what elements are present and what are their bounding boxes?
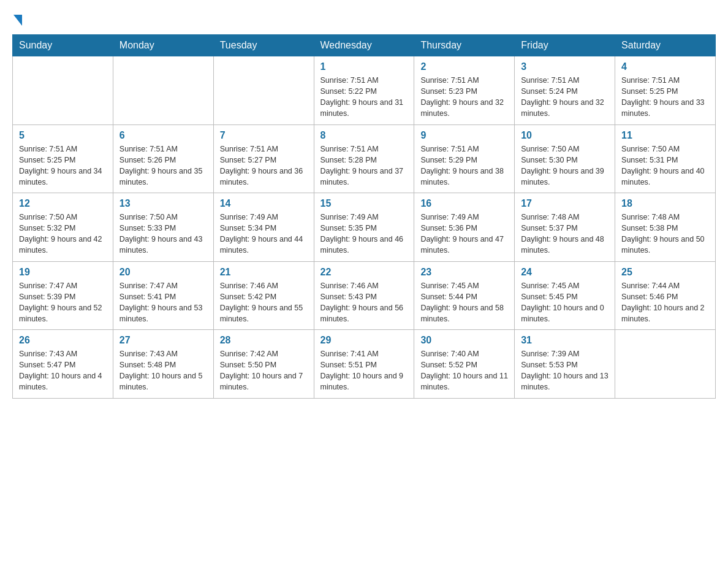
day-info: Sunrise: 7:46 AM Sunset: 5:42 PM Dayligh…	[220, 280, 308, 325]
day-info: Sunrise: 7:51 AM Sunset: 5:24 PM Dayligh…	[521, 75, 609, 120]
day-info: Sunrise: 7:47 AM Sunset: 5:41 PM Dayligh…	[119, 280, 207, 325]
day-info: Sunrise: 7:49 AM Sunset: 5:34 PM Dayligh…	[220, 212, 308, 256]
day-info: Sunrise: 7:41 AM Sunset: 5:51 PM Dayligh…	[320, 348, 408, 393]
calendar-cell: 21Sunrise: 7:46 AM Sunset: 5:42 PM Dayli…	[213, 261, 314, 330]
calendar-cell: 9Sunrise: 7:51 AM Sunset: 5:29 PM Daylig…	[414, 124, 515, 193]
calendar-week-row: 19Sunrise: 7:47 AM Sunset: 5:39 PM Dayli…	[13, 261, 716, 330]
calendar-cell: 23Sunrise: 7:45 AM Sunset: 5:44 PM Dayli…	[414, 261, 515, 330]
day-info: Sunrise: 7:45 AM Sunset: 5:45 PM Dayligh…	[521, 280, 609, 325]
calendar-table: SundayMondayTuesdayWednesdayThursdayFrid…	[12, 34, 716, 399]
calendar-cell: 11Sunrise: 7:50 AM Sunset: 5:31 PM Dayli…	[615, 124, 716, 193]
calendar-cell: 27Sunrise: 7:43 AM Sunset: 5:48 PM Dayli…	[113, 330, 213, 399]
calendar-cell: 26Sunrise: 7:43 AM Sunset: 5:47 PM Dayli…	[13, 330, 113, 399]
calendar-cell: 18Sunrise: 7:48 AM Sunset: 5:38 PM Dayli…	[615, 193, 716, 262]
day-number: 31	[521, 335, 609, 346]
weekday-header-tuesday: Tuesday	[213, 35, 314, 56]
day-info: Sunrise: 7:46 AM Sunset: 5:43 PM Dayligh…	[320, 280, 408, 325]
day-number: 21	[220, 267, 308, 278]
day-number: 26	[19, 335, 107, 346]
day-number: 4	[621, 61, 709, 72]
calendar-cell: 1Sunrise: 7:51 AM Sunset: 5:22 PM Daylig…	[314, 56, 414, 125]
weekday-header-saturday: Saturday	[615, 35, 716, 56]
day-info: Sunrise: 7:51 AM Sunset: 5:22 PM Dayligh…	[320, 75, 408, 120]
day-number: 29	[320, 335, 408, 346]
day-number: 24	[521, 267, 609, 278]
day-number: 18	[621, 198, 709, 209]
day-info: Sunrise: 7:48 AM Sunset: 5:37 PM Dayligh…	[521, 212, 609, 256]
day-info: Sunrise: 7:49 AM Sunset: 5:35 PM Dayligh…	[320, 212, 408, 256]
day-info: Sunrise: 7:50 AM Sunset: 5:30 PM Dayligh…	[521, 144, 609, 188]
calendar-cell: 7Sunrise: 7:51 AM Sunset: 5:27 PM Daylig…	[213, 124, 314, 193]
calendar-week-row: 5Sunrise: 7:51 AM Sunset: 5:25 PM Daylig…	[13, 124, 716, 193]
day-number: 3	[521, 61, 609, 72]
weekday-header-friday: Friday	[515, 35, 615, 56]
calendar-cell: 14Sunrise: 7:49 AM Sunset: 5:34 PM Dayli…	[213, 193, 314, 262]
day-number: 1	[320, 61, 408, 72]
day-number: 14	[220, 198, 308, 209]
day-number: 23	[420, 267, 508, 278]
calendar-cell: 4Sunrise: 7:51 AM Sunset: 5:25 PM Daylig…	[615, 56, 716, 125]
calendar-cell: 10Sunrise: 7:50 AM Sunset: 5:30 PM Dayli…	[515, 124, 615, 193]
day-number: 5	[19, 130, 107, 141]
day-number: 12	[19, 198, 107, 209]
day-number: 7	[220, 130, 308, 141]
calendar-cell: 20Sunrise: 7:47 AM Sunset: 5:41 PM Dayli…	[113, 261, 213, 330]
day-number: 9	[420, 130, 508, 141]
day-info: Sunrise: 7:51 AM Sunset: 5:23 PM Dayligh…	[420, 75, 508, 120]
calendar-cell: 12Sunrise: 7:50 AM Sunset: 5:32 PM Dayli…	[13, 193, 113, 262]
calendar-cell	[13, 56, 113, 125]
calendar-cell: 5Sunrise: 7:51 AM Sunset: 5:25 PM Daylig…	[13, 124, 113, 193]
day-number: 22	[320, 267, 408, 278]
day-number: 28	[220, 335, 308, 346]
day-number: 11	[621, 130, 709, 141]
day-info: Sunrise: 7:40 AM Sunset: 5:52 PM Dayligh…	[420, 348, 508, 393]
weekday-header-wednesday: Wednesday	[314, 35, 414, 56]
weekday-header-sunday: Sunday	[13, 35, 113, 56]
calendar-cell: 16Sunrise: 7:49 AM Sunset: 5:36 PM Dayli…	[414, 193, 515, 262]
calendar-cell	[615, 330, 716, 399]
day-info: Sunrise: 7:51 AM Sunset: 5:26 PM Dayligh…	[119, 144, 207, 188]
day-info: Sunrise: 7:43 AM Sunset: 5:48 PM Dayligh…	[119, 348, 207, 393]
calendar-week-row: 26Sunrise: 7:43 AM Sunset: 5:47 PM Dayli…	[13, 330, 716, 399]
day-number: 13	[119, 198, 207, 209]
calendar-cell: 22Sunrise: 7:46 AM Sunset: 5:43 PM Dayli…	[314, 261, 414, 330]
day-info: Sunrise: 7:43 AM Sunset: 5:47 PM Dayligh…	[19, 348, 107, 393]
day-number: 19	[19, 267, 107, 278]
day-number: 2	[420, 61, 508, 72]
day-number: 15	[320, 198, 408, 209]
calendar-cell: 28Sunrise: 7:42 AM Sunset: 5:50 PM Dayli…	[213, 330, 314, 399]
calendar-cell: 6Sunrise: 7:51 AM Sunset: 5:26 PM Daylig…	[113, 124, 213, 193]
calendar-cell: 19Sunrise: 7:47 AM Sunset: 5:39 PM Dayli…	[13, 261, 113, 330]
day-info: Sunrise: 7:49 AM Sunset: 5:36 PM Dayligh…	[420, 212, 508, 256]
day-number: 25	[621, 267, 709, 278]
day-info: Sunrise: 7:51 AM Sunset: 5:27 PM Dayligh…	[220, 144, 308, 188]
calendar-cell: 29Sunrise: 7:41 AM Sunset: 5:51 PM Dayli…	[314, 330, 414, 399]
day-number: 30	[420, 335, 508, 346]
day-number: 10	[521, 130, 609, 141]
day-info: Sunrise: 7:51 AM Sunset: 5:29 PM Dayligh…	[420, 144, 508, 188]
calendar-week-row: 12Sunrise: 7:50 AM Sunset: 5:32 PM Dayli…	[13, 193, 716, 262]
day-info: Sunrise: 7:51 AM Sunset: 5:28 PM Dayligh…	[320, 144, 408, 188]
calendar-cell: 13Sunrise: 7:50 AM Sunset: 5:33 PM Dayli…	[113, 193, 213, 262]
calendar-cell: 24Sunrise: 7:45 AM Sunset: 5:45 PM Dayli…	[515, 261, 615, 330]
logo-arrow-icon	[13, 15, 22, 26]
calendar-cell: 15Sunrise: 7:49 AM Sunset: 5:35 PM Dayli…	[314, 193, 414, 262]
calendar-cell: 3Sunrise: 7:51 AM Sunset: 5:24 PM Daylig…	[515, 56, 615, 125]
weekday-header-monday: Monday	[113, 35, 213, 56]
calendar-cell: 31Sunrise: 7:39 AM Sunset: 5:53 PM Dayli…	[515, 330, 615, 399]
day-number: 6	[119, 130, 207, 141]
day-info: Sunrise: 7:42 AM Sunset: 5:50 PM Dayligh…	[220, 348, 308, 393]
day-info: Sunrise: 7:50 AM Sunset: 5:32 PM Dayligh…	[19, 212, 107, 256]
day-info: Sunrise: 7:50 AM Sunset: 5:31 PM Dayligh…	[621, 144, 709, 188]
day-info: Sunrise: 7:51 AM Sunset: 5:25 PM Dayligh…	[19, 144, 107, 188]
weekday-header-row: SundayMondayTuesdayWednesdayThursdayFrid…	[13, 35, 716, 56]
logo	[12, 12, 22, 25]
day-info: Sunrise: 7:44 AM Sunset: 5:46 PM Dayligh…	[621, 280, 709, 325]
day-info: Sunrise: 7:47 AM Sunset: 5:39 PM Dayligh…	[19, 280, 107, 325]
day-info: Sunrise: 7:45 AM Sunset: 5:44 PM Dayligh…	[420, 280, 508, 325]
day-info: Sunrise: 7:48 AM Sunset: 5:38 PM Dayligh…	[621, 212, 709, 256]
calendar-cell: 8Sunrise: 7:51 AM Sunset: 5:28 PM Daylig…	[314, 124, 414, 193]
day-info: Sunrise: 7:50 AM Sunset: 5:33 PM Dayligh…	[119, 212, 207, 256]
calendar-cell: 17Sunrise: 7:48 AM Sunset: 5:37 PM Dayli…	[515, 193, 615, 262]
day-info: Sunrise: 7:39 AM Sunset: 5:53 PM Dayligh…	[521, 348, 609, 393]
